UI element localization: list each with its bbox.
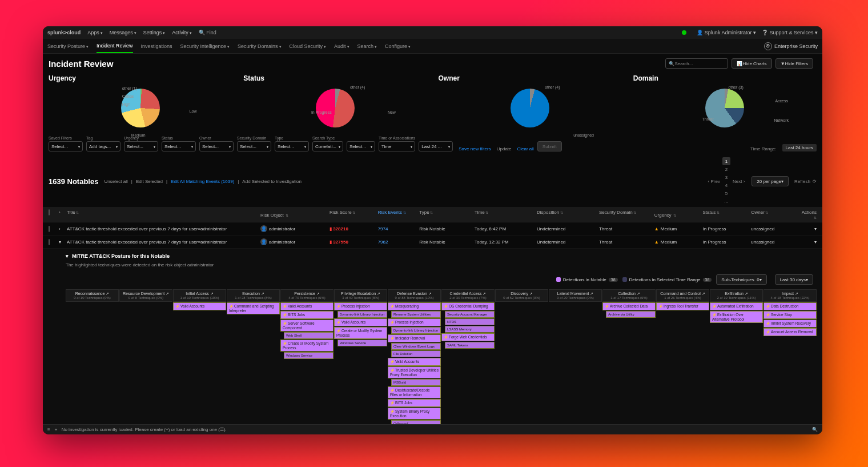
timerange-select[interactable]: Last 30 days ▾ (775, 274, 813, 285)
find-link[interactable]: 🔍 Find (199, 30, 216, 35)
technique-cell[interactable]: ⚡Valid Accounts (173, 302, 226, 310)
technique-cell[interactable]: ⚡BITS Jobs (388, 399, 441, 407)
technique-cell[interactable]: ⚡Process Injection (334, 302, 387, 310)
tactic-header[interactable]: Discovery ↗0 of 52 Techniques (0%) (495, 289, 548, 302)
technique-cell[interactable]: Windows Service (337, 340, 387, 346)
save-filters-link[interactable]: Save new filters (459, 146, 491, 151)
sub-techniques-select[interactable]: Sub-Techniques 0 ▾ (716, 274, 766, 285)
filter-select[interactable]: Select... (49, 141, 83, 151)
page-number[interactable]: 5 (722, 189, 730, 197)
tactic-header[interactable]: Reconnaissance ↗0 of 10 Techniques (0%) (66, 289, 119, 302)
chevron-down-icon[interactable]: ▾ (66, 253, 69, 259)
column-header[interactable]: Risk Events (378, 210, 420, 220)
select-all-checkbox[interactable] (49, 209, 50, 215)
column-header[interactable]: Time (475, 210, 537, 220)
column-header[interactable]: Status (703, 210, 752, 220)
column-header[interactable]: Type (419, 210, 475, 220)
tactic-header[interactable]: Exfiltration ↗2 of 19 Techniques (11%) (710, 289, 763, 302)
technique-cell[interactable]: ⚡Automated Exfiltration (710, 302, 763, 310)
filter-select[interactable]: Select... (124, 141, 158, 151)
nav-item[interactable]: Security Intelligence (180, 40, 230, 53)
column-header[interactable]: Urgency (654, 210, 703, 220)
column-header[interactable]: Disposition (537, 210, 599, 220)
nav-item[interactable]: Cloud Security (290, 40, 326, 53)
column-header[interactable]: Risk Object (260, 210, 329, 220)
filter-select[interactable]: Add tags... (86, 141, 120, 151)
technique-cell[interactable]: ⚡Inhibit System Recovery (763, 320, 817, 328)
search-input[interactable]: 🔍 Search... (665, 58, 728, 69)
refresh-button[interactable]: Refresh (794, 179, 810, 184)
filter-select[interactable]: Correlati... (312, 141, 343, 151)
filter-select[interactable]: Select... (275, 141, 309, 151)
tactic-header[interactable]: Lateral Movement ↗0 of 20 Techniques (0%… (549, 289, 602, 302)
technique-cell[interactable]: Windows Service (284, 352, 333, 359)
pager-next[interactable]: Next › (733, 179, 745, 184)
page-number[interactable]: 1 (722, 157, 730, 165)
tactic-header[interactable]: Impact ↗4 of 18 Techniques (22%) (763, 289, 817, 302)
row-checkbox[interactable] (49, 239, 50, 245)
technique-cell[interactable]: Web Shell (284, 332, 333, 339)
technique-cell[interactable]: LSASS Memory (445, 326, 495, 333)
technique-cell[interactable]: ⚡Command and Scripting Interpreter (227, 302, 280, 314)
nav-item[interactable]: Configure (385, 40, 411, 53)
column-header[interactable]: Security Domain (599, 210, 654, 220)
hide-filters-button[interactable]: ▼ Hide Filters (775, 58, 813, 69)
technique-cell[interactable]: ⚡Archive Collected Data (602, 302, 656, 310)
technique-cell[interactable]: ⚡Valid Accounts (388, 358, 441, 366)
technique-cell[interactable]: ⚡Ingress Tool Transfer (656, 302, 709, 310)
technique-cell[interactable]: Rename System Utilities (391, 311, 441, 318)
column-header[interactable]: Owner (751, 210, 799, 220)
expand-all[interactable]: › (59, 210, 67, 220)
technique-cell[interactable]: ⚡OS Credential Dumping (441, 302, 495, 310)
technique-cell[interactable]: File Deletion (391, 350, 441, 357)
edit-all-link[interactable]: Edit All Matching Events (1639) (171, 179, 234, 184)
technique-cell[interactable]: Dynamic-link Library Injection (337, 311, 387, 318)
expand-row[interactable]: › (59, 226, 67, 231)
technique-cell[interactable]: ⚡BITS Jobs (280, 311, 333, 319)
filter-select[interactable]: Select... (199, 141, 234, 151)
technique-cell[interactable]: Archive via Utility (606, 311, 656, 318)
page-number[interactable]: 3 (722, 173, 730, 181)
technique-cell[interactable]: Security Account Manager (445, 311, 495, 318)
technique-cell[interactable]: ⚡Forge Web Credentials (441, 333, 495, 341)
technique-cell[interactable]: ⚡Server Software Component (280, 320, 333, 332)
table-row[interactable]: › ATT&CK tactic threshold exceeded over … (43, 222, 822, 236)
technique-cell[interactable]: ⚡Process Injection (388, 318, 441, 326)
top-menu-item[interactable]: Apps (87, 30, 102, 35)
tactic-header[interactable]: Execution ↗1 of 38 Techniques (8%) (227, 289, 280, 302)
technique-cell[interactable]: ⚡Indicator Removal (388, 334, 441, 342)
filter-select[interactable]: Time (379, 141, 415, 151)
page-number[interactable]: 2 (722, 165, 730, 173)
page-number[interactable]: 4 (722, 181, 730, 189)
tactic-header[interactable]: Credential Access ↗2 of 30 Techniques (7… (441, 289, 495, 302)
technique-cell[interactable]: MSBuild (391, 379, 441, 386)
technique-cell[interactable]: ⚡Valid Accounts (280, 302, 333, 310)
tactic-header[interactable]: Command and Control ↗1 of 26 Techniques … (656, 289, 709, 302)
tactic-header[interactable]: Initial Access ↗1 of 10 Techniques (10%) (173, 289, 226, 302)
nav-item[interactable]: Investigations (141, 40, 172, 53)
technique-cell[interactable]: ⚡Masquerading (388, 302, 441, 310)
nav-item[interactable]: Security Posture (47, 40, 89, 53)
technique-cell[interactable]: Dynamic-link Library Injection (391, 327, 441, 334)
technique-cell[interactable]: ⚡Service Stop (763, 311, 817, 319)
filter-select[interactable]: Last 24 ... (419, 141, 453, 151)
nav-item[interactable]: Search (357, 40, 377, 53)
filter-select[interactable]: Select... (237, 141, 271, 151)
technique-cell[interactable]: ⚡Deobfuscate/Decode Files or Information (388, 386, 441, 398)
top-menu-item[interactable]: Messages (110, 30, 136, 35)
technique-cell[interactable]: Clear Windows Event Logs (391, 343, 441, 350)
row-actions[interactable]: ▾ (799, 226, 817, 231)
technique-cell[interactable]: ⚡Data Destruction (763, 302, 817, 310)
filter-select[interactable]: Select... (347, 141, 375, 151)
column-header[interactable]: Title (67, 210, 260, 220)
pager-prev[interactable]: ‹ Prev (708, 179, 720, 184)
add-investigation-link[interactable]: Add Selected to Investigation (242, 179, 302, 184)
table-row[interactable]: ▾ ATT&CK tactic threshold exceeded over … (43, 236, 822, 249)
top-menu-item[interactable]: Settings (143, 30, 165, 35)
tactic-header[interactable]: Resource Development ↗0 of 8 Techniques … (119, 289, 172, 302)
zoom-icon[interactable]: 🔍 (812, 427, 818, 432)
technique-cell[interactable]: Odbcconf (391, 420, 441, 424)
column-header[interactable]: Actions (799, 210, 817, 220)
support-menu[interactable]: ❔ Support & Services ▾ (762, 30, 818, 35)
tactic-header[interactable]: Collection ↗1 of 17 Techniques (6%) (602, 289, 656, 302)
